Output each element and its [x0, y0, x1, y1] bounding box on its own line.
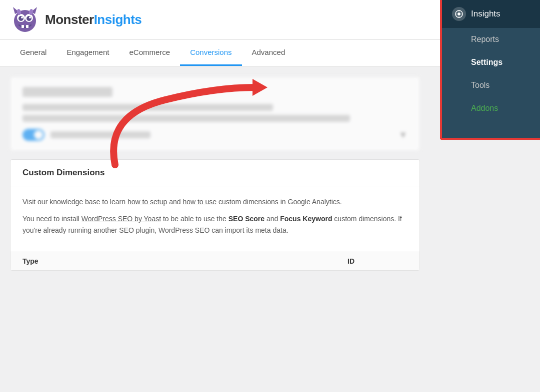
- card-header: Custom Dimensions: [10, 160, 420, 186]
- sidebar-item-settings[interactable]: Settings: [442, 51, 540, 74]
- card-body: Visit our knowledge base to learn how to…: [10, 186, 420, 252]
- paragraph-1: Visit our knowledge base to learn how to…: [22, 196, 408, 207]
- tab-general[interactable]: General: [10, 40, 56, 66]
- insights-icon: [452, 7, 466, 21]
- toggle-row: ▼: [22, 129, 408, 141]
- custom-dimensions-card: Custom Dimensions Visit our knowledge ba…: [10, 159, 420, 271]
- main-content: ▼ Custom Dimensions Visit our knowledge …: [0, 66, 430, 281]
- focus-keyword-bold: Focus Keyword: [280, 215, 332, 223]
- sidebar-menu: Insights Reports Settings Tools Addons: [440, 0, 540, 140]
- form-tracking-section: ▼: [10, 76, 420, 151]
- svg-point-7: [21, 16, 23, 18]
- chevron-down-icon: ▼: [398, 130, 408, 140]
- sidebar-insights-label: Insights: [471, 9, 500, 19]
- col-id-header: ID: [348, 257, 408, 265]
- svg-rect-9: [22, 25, 24, 28]
- tab-engagement[interactable]: Engagement: [56, 40, 119, 66]
- col-type-header: Type: [22, 257, 348, 265]
- svg-point-8: [29, 16, 31, 18]
- svg-point-15: [458, 12, 460, 15]
- sidebar-settings-label: Settings: [452, 58, 502, 67]
- blurred-text-2: [22, 115, 350, 122]
- card-title: Custom Dimensions: [22, 168, 408, 178]
- tab-advanced[interactable]: Advanced: [242, 40, 296, 66]
- form-conversion-toggle[interactable]: [22, 129, 44, 141]
- monster-logo-icon: [10, 5, 40, 35]
- sidebar-item-tools[interactable]: Tools: [442, 74, 540, 97]
- logo-text: MonsterInsights: [45, 12, 142, 27]
- toggle-label: [50, 131, 150, 138]
- tab-conversions[interactable]: Conversions: [180, 40, 242, 66]
- svg-rect-10: [26, 25, 28, 28]
- table-header: Type ID: [10, 252, 420, 270]
- svg-point-0: [14, 10, 36, 32]
- sidebar-tools-label: Tools: [452, 81, 490, 90]
- svg-point-5: [18, 16, 24, 21]
- seo-score-bold: SEO Score: [228, 215, 264, 223]
- how-to-use-link[interactable]: how to use: [182, 198, 216, 206]
- how-to-setup-link[interactable]: how to setup: [128, 198, 167, 206]
- blurred-text-1: [22, 104, 273, 111]
- sidebar-item-insights[interactable]: Insights: [442, 0, 540, 28]
- svg-point-6: [26, 16, 32, 21]
- paragraph-2: You need to install WordPress SEO by Yoa…: [22, 213, 408, 236]
- sidebar-item-addons[interactable]: Addons: [442, 97, 540, 120]
- sidebar-addons-label: Addons: [452, 104, 498, 113]
- sidebar-item-reports[interactable]: Reports: [442, 28, 540, 51]
- tab-ecommerce[interactable]: eCommerce: [119, 40, 180, 66]
- blurred-title: [22, 87, 112, 97]
- logo: MonsterInsights: [10, 5, 142, 35]
- wordpress-seo-link[interactable]: WordPress SEO by Yoast: [82, 215, 161, 223]
- sidebar-reports-label: Reports: [452, 35, 499, 44]
